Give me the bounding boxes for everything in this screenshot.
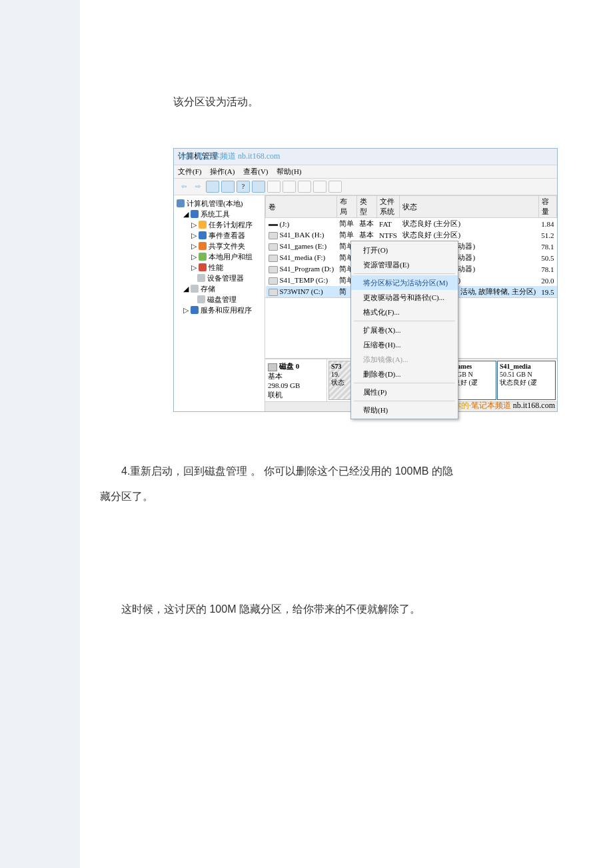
- disk-0-info[interactable]: 磁盘 0 基本 298.09 GB 联机: [265, 359, 327, 401]
- tree-performance[interactable]: ▷ 性能: [191, 262, 263, 273]
- menubar[interactable]: 文件(F) 操作(A) 查看(V) 帮助(H): [174, 165, 557, 179]
- ctx-explorer[interactable]: 资源管理器(E): [351, 257, 458, 272]
- watermark-top: 你的·笔记本频道 nb.it168.com: [178, 151, 280, 162]
- paragraph-step4a: 4.重新启动，回到磁盘管理 。 你可以删除这个已经没用的 100MB 的隐: [80, 412, 581, 484]
- paragraph-conclusion: 这时候，这讨厌的 100M 隐藏分区，给你带来的不便就解除了。: [80, 510, 581, 622]
- tree-system-tools[interactable]: ◢ 系统工具: [183, 209, 263, 219]
- volume-icon: [269, 289, 278, 296]
- nav-back-icon[interactable]: ⇦: [178, 181, 190, 192]
- nav-fwd-icon[interactable]: ⇨: [192, 181, 204, 192]
- volume-icon: [269, 232, 278, 239]
- menu-file[interactable]: 文件(F): [178, 167, 201, 175]
- toolbar-btn-2[interactable]: [221, 181, 235, 193]
- tree-local-users[interactable]: ▷ 本地用户和组: [191, 251, 263, 262]
- watermark-bottom: 你的·笔记本频道 nb.it168.com: [453, 400, 555, 411]
- storage-icon: [191, 285, 199, 293]
- paragraph-set-active: 该分区设为活动。: [80, 0, 581, 115]
- ctx-delete[interactable]: 删除卷(D)...: [351, 367, 458, 381]
- toolbar-btn-1[interactable]: [206, 181, 219, 193]
- volume-icon: [269, 266, 278, 273]
- computer-icon: [177, 199, 185, 207]
- tree-event-viewer[interactable]: ▷ 事件查看器: [191, 230, 263, 241]
- window-titlebar: 计算机管理 你的·笔记本频道 nb.it168.com: [174, 149, 557, 165]
- page-left-margin: [0, 0, 80, 868]
- nav-tree: 计算机管理(本地) ◢ 系统工具 ▷ 任务计划程序 ▷ 事件查看器 ▷ 共享文件…: [174, 195, 265, 411]
- volume-list-header: 卷 布局 类型 文件系统 状态 容量: [266, 196, 557, 218]
- toolbar-btn-6[interactable]: [283, 181, 296, 193]
- ctx-extend[interactable]: 扩展卷(X)...: [351, 323, 458, 337]
- screenshot-disk-management: 计算机管理 你的·笔记本频道 nb.it168.com 文件(F) 操作(A) …: [173, 148, 558, 411]
- ctx-open[interactable]: 打开(O): [351, 243, 458, 257]
- table-row[interactable]: (J:)简单基本FAT状态良好 (主分区)1.84: [266, 218, 557, 230]
- tree-services[interactable]: ▷ 服务和应用程序: [183, 305, 263, 315]
- perf-icon: [199, 263, 207, 271]
- toolbar: ⇦ ⇨ ?: [174, 179, 557, 195]
- ctx-mirror: 添加镜像(A)...: [351, 352, 458, 367]
- ctx-mark-active[interactable]: 将分区标记为活动分区(M): [351, 275, 458, 290]
- ctx-change-letter[interactable]: 更改驱动器号和路径(C)...: [351, 290, 458, 305]
- tree-task-scheduler[interactable]: ▷ 任务计划程序: [191, 219, 263, 230]
- share-icon: [199, 242, 207, 250]
- table-row[interactable]: S41_BAK (H:)简单基本NTFS状态良好 (主分区)51.2: [266, 229, 557, 241]
- disk-mgmt-icon: [197, 295, 205, 303]
- toolbar-btn-7[interactable]: [298, 181, 311, 193]
- toolbar-btn-8[interactable]: [313, 181, 326, 193]
- volume-icon: [269, 277, 278, 285]
- context-menu: 打开(O) 资源管理器(E) 将分区标记为活动分区(M) 更改驱动器号和路径(C…: [350, 241, 458, 419]
- tree-disk-management[interactable]: 磁盘管理: [191, 294, 263, 305]
- ctx-shrink[interactable]: 压缩卷(H)...: [351, 337, 458, 352]
- tree-root[interactable]: 计算机管理(本地): [177, 198, 263, 209]
- toolbar-btn-5[interactable]: [267, 181, 281, 193]
- event-icon: [199, 231, 207, 239]
- partition-media[interactable]: S41_media 50.51 GB N 状态良好 (逻: [497, 361, 556, 399]
- volume-icon: [269, 255, 278, 262]
- tree-shared-folders[interactable]: ▷ 共享文件夹: [191, 241, 263, 251]
- ctx-properties[interactable]: 属性(P): [351, 385, 458, 399]
- menu-help[interactable]: 帮助(H): [277, 167, 301, 175]
- menu-view[interactable]: 查看(V): [243, 167, 268, 175]
- scheduler-icon: [199, 221, 207, 229]
- tree-device-manager[interactable]: 设备管理器: [191, 273, 263, 283]
- ctx-format[interactable]: 格式化(F)...: [351, 305, 458, 319]
- toolbar-btn-4[interactable]: [252, 181, 265, 193]
- paragraph-step4b: 藏分区了。: [80, 484, 581, 509]
- tools-icon: [191, 210, 199, 218]
- disk-icon: [268, 363, 277, 371]
- device-icon: [197, 274, 205, 282]
- menu-action[interactable]: 操作(A): [210, 167, 235, 175]
- services-icon: [191, 306, 199, 314]
- volume-icon: [269, 243, 278, 251]
- users-icon: [199, 253, 207, 261]
- ctx-help[interactable]: 帮助(H): [351, 403, 458, 417]
- toolbar-btn-3[interactable]: ?: [237, 181, 250, 193]
- toolbar-btn-9[interactable]: [328, 181, 342, 193]
- removable-icon: [269, 224, 278, 226]
- tree-storage[interactable]: ◢ 存储: [183, 283, 263, 294]
